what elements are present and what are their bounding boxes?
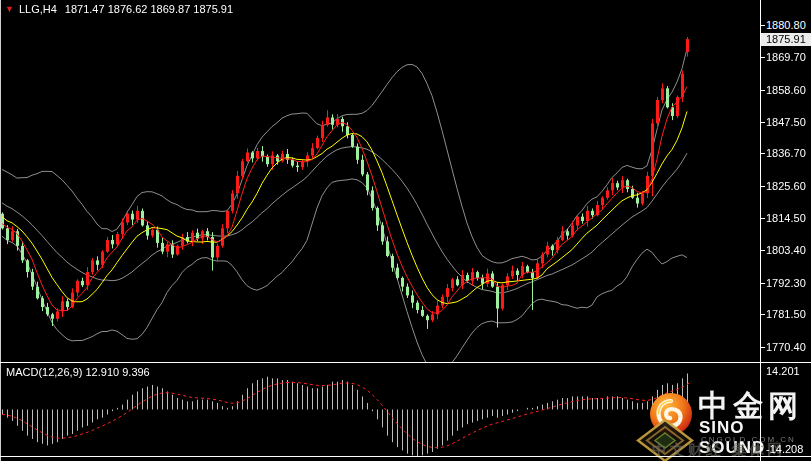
price-axis-label: 1803.40 <box>766 244 806 256</box>
price-axis-tick <box>761 153 765 154</box>
price-axis-tick <box>761 347 765 348</box>
price-axis-label: 1792.30 <box>766 277 806 289</box>
price-axis-label: 1781.50 <box>766 308 806 320</box>
price-axis-label: 1847.50 <box>766 116 806 128</box>
price-axis-tick <box>761 25 765 26</box>
price-axis-tick <box>761 122 765 123</box>
price-axis-label: 1825.60 <box>766 180 806 192</box>
ohlc-values: 1871.47 1876.62 1869.87 1875.91 <box>65 3 233 15</box>
price-axis-label: 1836.70 <box>766 147 806 159</box>
price-axis-label: 1880.80 <box>766 19 806 31</box>
macd-main-value: 12.910 <box>85 366 119 378</box>
price-axis-tick <box>761 314 765 315</box>
chart-title: ▼LLG,H41871.47 1876.62 1869.87 1875.91 <box>5 3 233 15</box>
price-axis-label: 1858.60 <box>766 84 806 96</box>
macd-axis-max-label: 14.201 <box>766 365 800 377</box>
macd-indicator-label: MACD(12,26,9) 12.910 9.396 <box>6 366 150 378</box>
price-axis-tick <box>761 90 765 91</box>
price-axis-tick <box>761 218 765 219</box>
price-axis-label: 1869.70 <box>766 51 806 63</box>
macd-name: MACD(12,26,9) <box>6 366 82 378</box>
price-axis-tick <box>761 250 765 251</box>
price-axis-border <box>760 0 761 462</box>
price-axis-tick <box>761 186 765 187</box>
main-macd-separator[interactable] <box>0 362 811 363</box>
price-axis-tick <box>761 283 765 284</box>
macd-bottom-separator <box>0 456 811 457</box>
current-price-tag: 1875.91 <box>761 33 811 46</box>
red-down-triangle-icon[interactable]: ▼ <box>5 4 14 14</box>
price-axis-tick <box>761 57 765 58</box>
chart-window: ▼LLG,H41871.47 1876.62 1869.87 1875.91 M… <box>0 0 811 462</box>
symbol-timeframe-label: LLG,H4 <box>19 3 57 15</box>
price-chart-canvas[interactable] <box>0 0 760 362</box>
price-axis-label: 1770.40 <box>766 341 806 353</box>
price-axis-label: 1814.50 <box>766 212 806 224</box>
macd-signal-value: 9.396 <box>122 366 150 378</box>
window-left-border <box>0 0 1 462</box>
macd-axis-min-label: -14.208 <box>766 443 803 455</box>
